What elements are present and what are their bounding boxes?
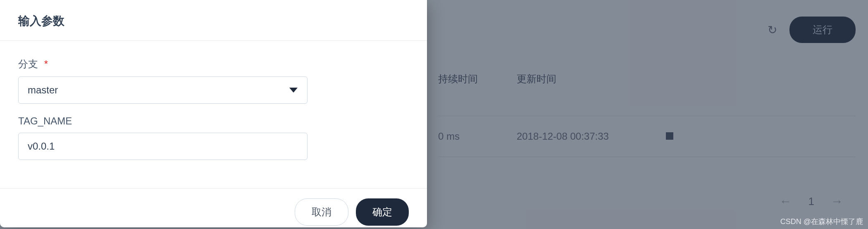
modal-footer: 取消 确定 bbox=[0, 188, 427, 229]
tag-name-label: TAG_NAME bbox=[18, 115, 409, 127]
branch-form-group: 分支 * master bbox=[18, 57, 409, 104]
modal-body: 分支 * master TAG_NAME bbox=[0, 41, 427, 188]
tag-name-form-group: TAG_NAME bbox=[18, 115, 409, 160]
modal-title: 输入参数 bbox=[18, 13, 409, 29]
watermark-text: CSDN @在森林中慄了鹿 bbox=[780, 217, 863, 227]
tag-name-input[interactable] bbox=[18, 133, 308, 160]
branch-select-wrapper: master bbox=[18, 76, 308, 104]
cancel-button[interactable]: 取消 bbox=[295, 198, 348, 226]
branch-select[interactable]: master bbox=[18, 76, 308, 104]
input-parameters-modal: 输入参数 分支 * master TAG_NAME 取消 确定 bbox=[0, 0, 427, 227]
required-indicator: * bbox=[44, 58, 48, 69]
modal-header: 输入参数 bbox=[0, 0, 427, 41]
confirm-button[interactable]: 确定 bbox=[356, 198, 409, 226]
branch-label-text: 分支 bbox=[18, 58, 38, 69]
branch-label: 分支 * bbox=[18, 57, 409, 71]
